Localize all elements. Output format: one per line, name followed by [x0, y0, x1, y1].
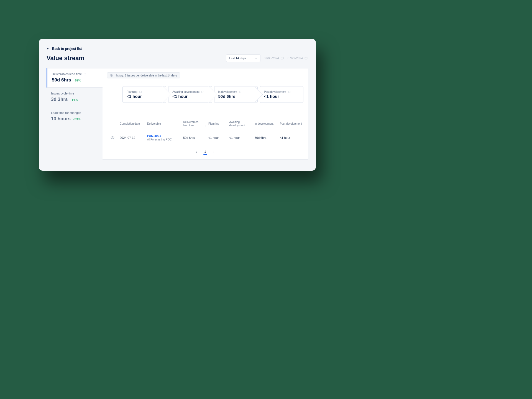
end-date-value: 07/22/2024	[288, 57, 303, 60]
col-planning[interactable]: Planning	[208, 122, 228, 126]
info-icon	[201, 91, 204, 93]
app-window: Back to project list Value stream Last 1…	[39, 39, 316, 171]
stage-label: In development	[218, 90, 252, 94]
stage-value: <1 hour	[264, 94, 298, 99]
metric-deliverables-lead-time[interactable]: Deliverables lead time 50d 6hrs -69%	[47, 68, 103, 88]
metric-label-text: Lead time for changes	[51, 111, 81, 114]
calendar-icon	[281, 57, 284, 60]
stage-flow: Planning <1 hour Awaiting development <1…	[122, 86, 303, 103]
metric-value: 3d 3hrs	[51, 97, 68, 102]
table-head: Completion date Deliverable Deliverables…	[107, 118, 303, 130]
row-visibility-toggle[interactable]	[107, 136, 118, 140]
history-note-text: History: 6 issues per deliverable in the…	[115, 74, 177, 77]
svg-point-4	[201, 91, 204, 93]
current-page[interactable]: 1	[204, 150, 206, 154]
cell-lead-time: 50d 6hrs	[183, 136, 207, 139]
metrics-list: Deliverables lead time 50d 6hrs -69% Iss…	[47, 68, 103, 160]
arrow-left-icon	[47, 47, 50, 50]
info-icon	[239, 91, 242, 93]
svg-point-7	[112, 137, 113, 138]
col-label: Deliverables lead time	[183, 121, 204, 127]
main-panel: History: 6 issues per deliverable in the…	[103, 68, 308, 160]
date-range-label: Last 14 days	[229, 57, 246, 60]
metric-value: 13 hours	[51, 116, 71, 122]
stage-value: 50d 6hrs	[218, 94, 252, 99]
page-header: Value stream Last 14 days 07/08/2024 07/…	[47, 54, 308, 62]
cell-planning: <1 hour	[208, 136, 228, 139]
info-icon	[83, 73, 86, 76]
stage-planning: Planning <1 hour	[122, 86, 166, 103]
info-icon	[139, 91, 142, 93]
col-completion-date[interactable]: Completion date	[120, 122, 145, 126]
stage-label-text: Awaiting development	[172, 90, 200, 94]
col-deliverables-lead-time[interactable]: Deliverables lead time	[183, 121, 207, 127]
info-icon	[288, 91, 291, 93]
header-controls: Last 14 days 07/08/2024 07/22/2024	[226, 54, 308, 62]
history-icon	[110, 74, 113, 77]
table-row[interactable]: 2024-07-12 PAN-4991 AI Forecasting POC 5…	[107, 130, 303, 145]
col-post-development[interactable]: Post development	[280, 122, 303, 126]
cell-completion-date: 2024-07-12	[120, 136, 145, 139]
content-columns: Deliverables lead time 50d 6hrs -69% Iss…	[47, 68, 308, 160]
stage-label: Planning	[127, 90, 160, 94]
metric-delta: -14%	[70, 98, 78, 101]
svg-rect-0	[281, 57, 283, 59]
start-date-value: 07/08/2024	[264, 57, 279, 60]
stage-label-text: Post development	[264, 90, 286, 94]
metric-value-row: 50d 6hrs -69%	[52, 77, 98, 83]
eye-icon	[111, 136, 114, 140]
svg-rect-1	[305, 57, 307, 59]
stage-value: <1 hour	[172, 94, 206, 99]
page-prev-button[interactable]	[195, 151, 198, 153]
page-next-button[interactable]	[213, 151, 215, 153]
cell-post-dev: <1 hour	[280, 136, 303, 139]
cell-awaiting-dev: <1 hour	[229, 136, 253, 139]
date-range-dropdown[interactable]: Last 14 days	[226, 54, 260, 62]
stage-value: <1 hour	[127, 94, 160, 99]
col-deliverable[interactable]: Deliverable	[147, 122, 181, 126]
page-title: Value stream	[47, 55, 84, 62]
stage-label: Post development	[264, 90, 298, 94]
cell-deliverable[interactable]: PAN-4991 AI Forecasting POC	[147, 134, 181, 141]
metric-label: Issues cycle time	[51, 92, 98, 95]
start-date-field[interactable]: 07/08/2024	[263, 54, 284, 62]
stage-awaiting-development: Awaiting development <1 hour	[168, 86, 212, 103]
metric-label: Deliverables lead time	[52, 72, 98, 76]
pagination: 1	[107, 150, 303, 154]
sort-asc-icon	[205, 125, 207, 127]
metric-issues-cycle-time[interactable]: Issues cycle time 3d 3hrs -14%	[47, 88, 103, 107]
metric-lead-time-for-changes[interactable]: Lead time for changes 13 hours -33%	[47, 107, 103, 126]
back-to-project-list-link[interactable]: Back to project list	[47, 47, 82, 51]
stage-post-development: Post development <1 hour	[260, 86, 303, 103]
end-date-field[interactable]: 07/22/2024	[287, 54, 308, 62]
metric-value: 50d 6hrs	[52, 77, 71, 83]
metric-value-row: 13 hours -33%	[51, 116, 98, 122]
chevron-down-icon	[255, 57, 257, 60]
deliverable-name: AI Forecasting POC	[147, 138, 181, 141]
history-note: History: 6 issues per deliverable in the…	[107, 72, 180, 78]
calendar-icon	[305, 57, 308, 60]
stage-in-development: In development 50d 6hrs	[214, 86, 258, 103]
metric-value-row: 3d 3hrs -14%	[51, 97, 98, 102]
cell-in-dev: 50d 6hrs	[255, 136, 278, 139]
deliverables-table: Completion date Deliverable Deliverables…	[107, 118, 303, 145]
stage-label-text: In development	[218, 90, 237, 94]
back-link-label: Back to project list	[52, 47, 82, 51]
metric-delta: -33%	[73, 117, 81, 121]
col-awaiting-development[interactable]: Awaiting development	[229, 121, 253, 127]
metric-label: Lead time for changes	[51, 111, 98, 114]
col-in-development[interactable]: In development	[255, 122, 278, 126]
metric-label-text: Issues cycle time	[51, 92, 74, 95]
metric-label-text: Deliverables lead time	[52, 72, 82, 76]
stage-label-text: Planning	[127, 90, 137, 94]
deliverable-id: PAN-4991	[147, 134, 181, 137]
metric-delta: -69%	[74, 79, 81, 82]
stage-label: Awaiting development	[172, 90, 206, 94]
